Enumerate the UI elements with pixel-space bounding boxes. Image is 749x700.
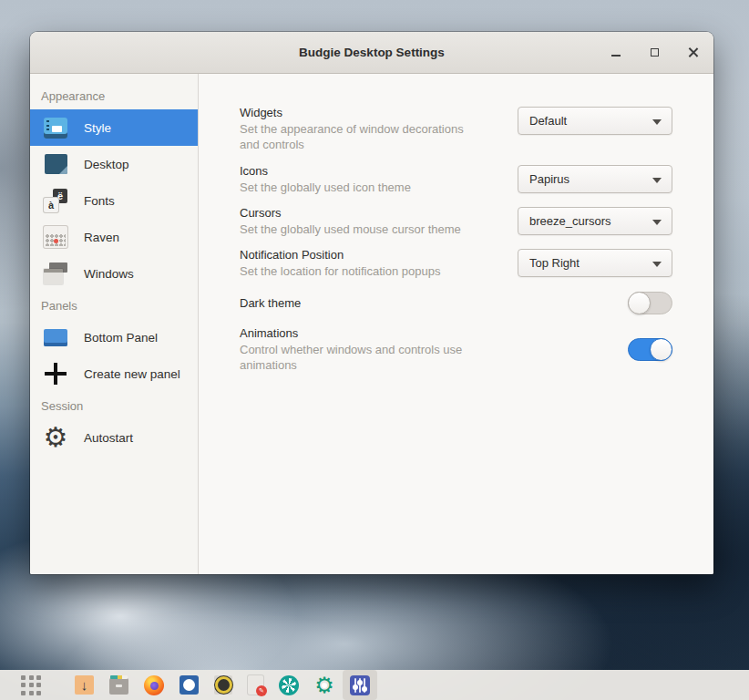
screenshot-icon <box>279 675 299 695</box>
taskbar-item-audio-player[interactable] <box>207 670 240 700</box>
software-installer-icon <box>75 675 94 695</box>
archive-manager-icon <box>109 678 128 695</box>
taskbar-item-archive-manager[interactable] <box>102 670 136 700</box>
sidebar-item-create-new-panel[interactable]: Create new panel <box>30 355 198 392</box>
app-grid-icon <box>21 675 41 695</box>
sidebar-item-windows[interactable]: Windows <box>30 255 198 292</box>
sidebar-item-desktop[interactable]: Desktop <box>30 146 198 182</box>
panel-icon <box>42 324 69 350</box>
sidebar-item-label: Autostart <box>84 431 133 445</box>
window-controls <box>608 32 701 73</box>
sidebar-section-panels: Panels <box>30 292 198 319</box>
setting-description: Control whether windows and controls use… <box>240 342 478 373</box>
maximize-icon <box>651 48 659 57</box>
sidebar: Appearance Style Desktop Fonts Raven Win… <box>30 74 199 574</box>
sidebar-section-session: Session <box>30 392 198 419</box>
gear-icon <box>42 425 69 450</box>
sidebar-item-label: Style <box>84 121 111 135</box>
text-editor-icon <box>248 675 263 695</box>
taskbar-item-software-installer[interactable] <box>67 670 101 700</box>
app-grid-button[interactable] <box>14 670 67 700</box>
dropdown-value: breeze_cursors <box>529 214 611 228</box>
sidebar-item-label: Fonts <box>84 194 115 208</box>
taskbar-item-tweaks[interactable] <box>307 670 342 700</box>
taskbar-item-media-player[interactable] <box>172 670 206 700</box>
sidebar-item-raven[interactable]: Raven <box>30 219 198 255</box>
setting-row-widgets: Widgets Set the appearance of window dec… <box>240 105 672 156</box>
taskbar-item-screenshot[interactable] <box>272 670 306 700</box>
toggle-knob <box>650 338 672 361</box>
sidebar-item-label: Create new panel <box>84 367 180 381</box>
setting-row-dark-theme: Dark theme <box>240 289 672 316</box>
audio-player-icon <box>214 675 232 695</box>
close-icon <box>688 47 698 57</box>
setting-title: Cursors <box>240 205 478 221</box>
raven-icon <box>42 224 69 250</box>
dropdown-value: Papirus <box>529 172 569 186</box>
chevron-down-icon <box>652 262 662 267</box>
notification-position-dropdown[interactable]: Top Right <box>518 249 672 277</box>
setting-row-cursors: Cursors Set the globally used mouse curs… <box>240 205 672 240</box>
dark-theme-toggle[interactable] <box>628 292 672 314</box>
sidebar-section-appearance: Appearance <box>30 82 198 109</box>
taskbar-item-text-editor[interactable] <box>241 670 271 700</box>
minimize-button[interactable] <box>608 45 624 61</box>
tweaks-icon <box>314 675 334 695</box>
close-button[interactable] <box>684 45 701 61</box>
fonts-icon <box>42 188 69 213</box>
maximize-button[interactable] <box>646 45 662 61</box>
cursors-dropdown[interactable]: breeze_cursors <box>518 207 672 235</box>
dropdown-value: Default <box>529 114 567 128</box>
setting-description: Set the globally used icon theme <box>240 180 478 195</box>
settings-panel: Widgets Set the appearance of window dec… <box>199 74 713 574</box>
taskbar-item-budgie-settings[interactable] <box>343 670 377 700</box>
taskbar <box>0 670 749 700</box>
budgie-settings-icon <box>350 675 370 695</box>
setting-description: Set the appearance of window decorations… <box>240 121 478 152</box>
windows-icon <box>42 261 69 286</box>
firefox-icon <box>144 675 164 695</box>
sidebar-item-bottom-panel[interactable]: Bottom Panel <box>30 319 198 355</box>
setting-row-notification-position: Notification Position Set the location f… <box>240 247 672 282</box>
chevron-down-icon <box>652 119 662 125</box>
setting-description: Set the globally used mouse cursor theme <box>240 221 478 237</box>
setting-title: Dark theme <box>240 295 478 311</box>
setting-title: Widgets <box>240 105 478 120</box>
icons-dropdown[interactable]: Papirus <box>518 165 672 193</box>
sidebar-item-fonts[interactable]: Fonts <box>30 182 198 219</box>
setting-description: Set the location for notification popups <box>240 263 478 279</box>
dropdown-value: Top Right <box>529 256 580 270</box>
media-player-icon <box>180 675 199 695</box>
plus-icon <box>42 361 69 386</box>
sidebar-item-style[interactable]: Style <box>30 109 198 146</box>
budgie-settings-window: Budgie Desktop Settings Appearance Style… <box>30 32 713 574</box>
chevron-down-icon <box>652 178 662 183</box>
setting-title: Animations <box>240 325 478 341</box>
setting-row-icons: Icons Set the globally used icon theme P… <box>240 163 672 198</box>
toggle-knob <box>628 292 651 314</box>
setting-title: Notification Position <box>240 247 478 262</box>
chevron-down-icon <box>652 220 662 225</box>
desktop-icon <box>42 151 69 177</box>
setting-row-animations: Animations Control whether windows and c… <box>240 324 672 375</box>
minimize-icon <box>611 55 621 57</box>
style-icon <box>42 115 69 140</box>
animations-toggle[interactable] <box>628 338 672 361</box>
titlebar[interactable]: Budgie Desktop Settings <box>30 32 713 74</box>
sidebar-item-autostart[interactable]: Autostart <box>30 419 198 456</box>
widgets-dropdown[interactable]: Default <box>518 107 672 135</box>
sidebar-item-label: Bottom Panel <box>84 331 158 345</box>
taskbar-item-firefox[interactable] <box>137 670 171 700</box>
sidebar-item-label: Desktop <box>84 158 129 171</box>
sidebar-item-label: Windows <box>84 267 134 281</box>
setting-title: Icons <box>240 163 478 179</box>
sidebar-item-label: Raven <box>84 231 119 244</box>
